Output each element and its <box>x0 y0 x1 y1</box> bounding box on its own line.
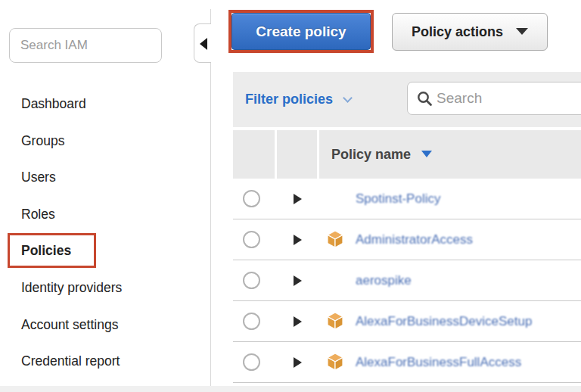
sidebar-item-label: Roles <box>21 207 55 222</box>
chevron-down-icon <box>516 28 528 35</box>
sidebar-item-identity-providers[interactable]: Identity providers <box>21 279 122 296</box>
header-cell-policy-name: Policy name <box>319 130 581 179</box>
policy-name-column-label: Policy name <box>331 147 411 162</box>
row-radio-button[interactable] <box>243 272 260 289</box>
policies-table: Filter policies Policy name <box>233 72 581 384</box>
table-row: AlexaForBusinessFullAccess <box>233 342 581 383</box>
sidebar-item-roles[interactable]: Roles <box>21 206 122 222</box>
filter-policies-dropdown[interactable]: Filter policies <box>245 72 351 127</box>
table-row: Spotinst-Policy <box>233 179 581 219</box>
policy-name-link[interactable]: AlexaForBusinessDeviceSetup <box>356 301 532 342</box>
policy-search-input[interactable] <box>437 82 581 114</box>
sidebar-item-label: Policies <box>21 243 71 258</box>
create-policy-highlight-box: Create policy <box>228 10 374 53</box>
policy-rows: Spotinst-Policy AdministratorAccess aero… <box>233 179 581 383</box>
aws-managed-policy-cube-icon <box>325 311 345 334</box>
policy-name-link[interactable]: AlexaForBusinessFullAccess <box>356 342 521 383</box>
policy-name-link[interactable]: AdministratorAccess <box>356 219 473 260</box>
sidebar-item-groups[interactable]: Groups <box>21 132 122 149</box>
sidebar-item-label: Users <box>21 170 56 185</box>
iam-console: Dashboard Groups Users Roles Policies Id… <box>0 0 581 392</box>
search-iam-input[interactable] <box>9 28 162 63</box>
sidebar-item-users[interactable]: Users <box>21 169 122 185</box>
bottom-strip <box>0 386 581 392</box>
sort-descending-icon <box>421 151 432 157</box>
row-radio-button[interactable] <box>243 353 260 371</box>
aws-managed-policy-cube-icon <box>325 352 345 375</box>
expand-caret-icon[interactable] <box>294 357 302 368</box>
sidebar-item-dashboard[interactable]: Dashboard <box>21 95 122 112</box>
table-row: AdministratorAccess <box>233 219 581 260</box>
filter-policies-label: Filter policies <box>245 92 333 107</box>
policy-name-sort-header[interactable]: Policy name <box>331 130 432 179</box>
expand-caret-icon[interactable] <box>294 275 302 286</box>
header-cell-expand <box>277 130 317 179</box>
policy-actions-button[interactable]: Policy actions <box>392 13 548 51</box>
row-radio-button[interactable] <box>243 313 260 330</box>
search-icon <box>416 90 433 110</box>
table-row: AlexaForBusinessDeviceSetup <box>233 301 581 342</box>
sidebar-nav: Dashboard Groups Users Roles Policies Id… <box>21 95 122 390</box>
sidebar-item-credential-report[interactable]: Credential report <box>21 353 122 369</box>
sidebar-divider <box>210 9 211 386</box>
sidebar-item-label: Dashboard <box>21 96 86 111</box>
collapse-left-arrow-icon <box>200 38 207 50</box>
table-header-row: Policy name <box>233 130 581 179</box>
sidebar-item-account-settings[interactable]: Account settings <box>21 316 122 333</box>
row-radio-button[interactable] <box>243 190 260 207</box>
table-search-box <box>407 82 581 115</box>
sidebar-item-policies[interactable]: Policies <box>21 242 122 259</box>
sidebar-collapse-tab[interactable] <box>194 23 211 63</box>
expand-caret-icon[interactable] <box>294 235 302 245</box>
table-filter-bar: Filter policies <box>233 72 581 127</box>
sidebar-item-label: Groups <box>21 133 64 148</box>
header-cell-select <box>233 130 275 179</box>
create-policy-button[interactable]: Create policy <box>231 13 371 50</box>
sidebar-item-label: Account settings <box>21 317 118 332</box>
policy-name-link[interactable]: aerospike <box>356 260 412 301</box>
policy-actions-label: Policy actions <box>412 24 503 39</box>
expand-caret-icon[interactable] <box>294 194 302 204</box>
expand-caret-icon[interactable] <box>294 316 302 327</box>
table-row: aerospike <box>233 260 581 301</box>
sidebar-item-label: Identity providers <box>21 280 122 295</box>
aws-managed-policy-cube-icon <box>325 229 345 252</box>
chevron-down-icon <box>343 93 353 103</box>
row-radio-button[interactable] <box>243 231 260 248</box>
policy-name-link[interactable]: Spotinst-Policy <box>356 179 440 219</box>
sidebar-item-label: Credential report <box>21 353 120 369</box>
